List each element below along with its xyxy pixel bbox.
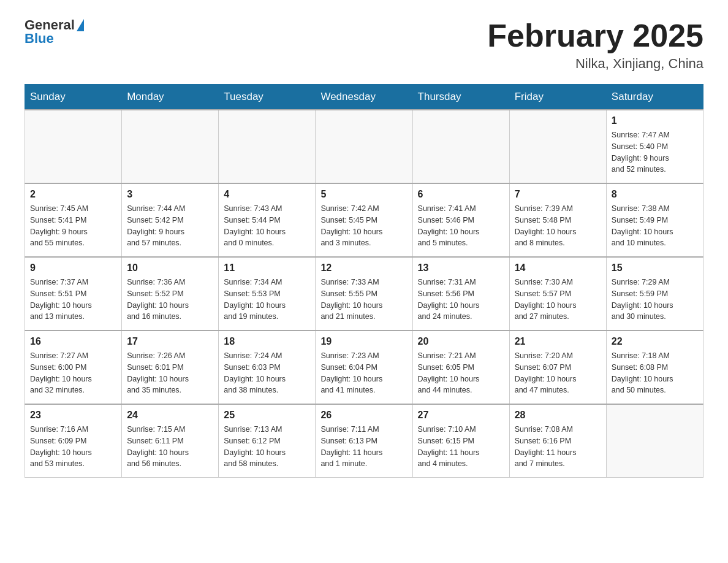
calendar-day-cell: 8Sunrise: 7:38 AM Sunset: 5:49 PM Daylig… <box>606 183 703 257</box>
calendar-day-cell: 14Sunrise: 7:30 AM Sunset: 5:57 PM Dayli… <box>509 257 606 331</box>
weekday-header-saturday: Saturday <box>606 85 703 110</box>
calendar-day-cell <box>25 110 122 183</box>
day-info: Sunrise: 7:08 AM Sunset: 6:16 PM Dayligh… <box>515 424 601 470</box>
page-header: General Blue February 2025 Nilka, Xinjia… <box>25 18 703 72</box>
calendar-day-cell: 16Sunrise: 7:27 AM Sunset: 6:00 PM Dayli… <box>25 331 122 404</box>
day-number: 25 <box>224 410 310 421</box>
calendar-day-cell: 4Sunrise: 7:43 AM Sunset: 5:44 PM Daylig… <box>219 183 316 257</box>
calendar-day-cell: 19Sunrise: 7:23 AM Sunset: 6:04 PM Dayli… <box>316 331 412 404</box>
day-number: 14 <box>515 262 601 274</box>
calendar-day-cell: 27Sunrise: 7:10 AM Sunset: 6:15 PM Dayli… <box>412 404 509 478</box>
calendar-day-cell <box>316 110 412 183</box>
day-info: Sunrise: 7:33 AM Sunset: 5:55 PM Dayligh… <box>320 277 407 323</box>
title-block: February 2025 Nilka, Xinjiang, China <box>487 18 703 72</box>
calendar-day-cell: 20Sunrise: 7:21 AM Sunset: 6:05 PM Dayli… <box>412 331 509 404</box>
day-info: Sunrise: 7:31 AM Sunset: 5:56 PM Dayligh… <box>418 277 504 323</box>
calendar-week-row: 2Sunrise: 7:45 AM Sunset: 5:41 PM Daylig… <box>25 183 703 257</box>
calendar-day-cell: 3Sunrise: 7:44 AM Sunset: 5:42 PM Daylig… <box>122 183 219 257</box>
day-info: Sunrise: 7:27 AM Sunset: 6:00 PM Dayligh… <box>30 350 116 396</box>
day-number: 15 <box>612 262 698 274</box>
day-info: Sunrise: 7:16 AM Sunset: 6:09 PM Dayligh… <box>30 424 116 470</box>
day-number: 26 <box>320 410 407 421</box>
day-number: 19 <box>320 336 407 347</box>
day-number: 4 <box>224 189 310 200</box>
day-info: Sunrise: 7:24 AM Sunset: 6:03 PM Dayligh… <box>224 350 310 396</box>
calendar-day-cell: 25Sunrise: 7:13 AM Sunset: 6:12 PM Dayli… <box>219 404 316 478</box>
calendar-day-cell: 9Sunrise: 7:37 AM Sunset: 5:51 PM Daylig… <box>25 257 122 331</box>
calendar-day-cell: 11Sunrise: 7:34 AM Sunset: 5:53 PM Dayli… <box>219 257 316 331</box>
day-info: Sunrise: 7:39 AM Sunset: 5:48 PM Dayligh… <box>515 203 601 249</box>
calendar-day-cell: 28Sunrise: 7:08 AM Sunset: 6:16 PM Dayli… <box>509 404 606 478</box>
day-number: 1 <box>612 115 698 126</box>
day-number: 20 <box>418 336 504 347</box>
day-number: 11 <box>224 262 310 274</box>
weekday-header-monday: Monday <box>122 85 219 110</box>
calendar-day-cell: 26Sunrise: 7:11 AM Sunset: 6:13 PM Dayli… <box>316 404 412 478</box>
calendar-day-cell: 22Sunrise: 7:18 AM Sunset: 6:08 PM Dayli… <box>606 331 703 404</box>
day-info: Sunrise: 7:23 AM Sunset: 6:04 PM Dayligh… <box>320 350 407 396</box>
day-number: 27 <box>418 410 504 421</box>
day-info: Sunrise: 7:43 AM Sunset: 5:44 PM Dayligh… <box>224 203 310 249</box>
day-number: 8 <box>612 189 698 200</box>
day-info: Sunrise: 7:30 AM Sunset: 5:57 PM Dayligh… <box>515 277 601 323</box>
calendar-day-cell: 2Sunrise: 7:45 AM Sunset: 5:41 PM Daylig… <box>25 183 122 257</box>
day-info: Sunrise: 7:18 AM Sunset: 6:08 PM Dayligh… <box>612 350 698 396</box>
day-number: 16 <box>30 336 116 347</box>
calendar-week-row: 23Sunrise: 7:16 AM Sunset: 6:09 PM Dayli… <box>25 404 703 478</box>
day-number: 13 <box>418 262 504 274</box>
logo: General Blue <box>25 18 84 45</box>
calendar-day-cell: 12Sunrise: 7:33 AM Sunset: 5:55 PM Dayli… <box>316 257 412 331</box>
day-info: Sunrise: 7:26 AM Sunset: 6:01 PM Dayligh… <box>127 350 213 396</box>
day-number: 21 <box>515 336 601 347</box>
calendar-day-cell <box>412 110 509 183</box>
day-number: 18 <box>224 336 310 347</box>
day-info: Sunrise: 7:38 AM Sunset: 5:49 PM Dayligh… <box>612 203 698 249</box>
calendar-day-cell: 17Sunrise: 7:26 AM Sunset: 6:01 PM Dayli… <box>122 331 219 404</box>
calendar-day-cell <box>509 110 606 183</box>
month-title: February 2025 <box>487 18 703 53</box>
calendar-day-cell: 18Sunrise: 7:24 AM Sunset: 6:03 PM Dayli… <box>219 331 316 404</box>
day-number: 17 <box>127 336 213 347</box>
day-number: 2 <box>30 189 116 200</box>
weekday-header-friday: Friday <box>509 85 606 110</box>
day-info: Sunrise: 7:42 AM Sunset: 5:45 PM Dayligh… <box>320 203 407 249</box>
logo-blue-text: Blue <box>25 32 54 45</box>
calendar-table: SundayMondayTuesdayWednesdayThursdayFrid… <box>25 84 703 478</box>
weekday-header-thursday: Thursday <box>412 85 509 110</box>
calendar-header-row: SundayMondayTuesdayWednesdayThursdayFrid… <box>25 85 703 110</box>
calendar-day-cell: 5Sunrise: 7:42 AM Sunset: 5:45 PM Daylig… <box>316 183 412 257</box>
calendar-day-cell <box>606 404 703 478</box>
calendar-day-cell: 15Sunrise: 7:29 AM Sunset: 5:59 PM Dayli… <box>606 257 703 331</box>
weekday-header-wednesday: Wednesday <box>316 85 412 110</box>
calendar-day-cell: 6Sunrise: 7:41 AM Sunset: 5:46 PM Daylig… <box>412 183 509 257</box>
day-number: 12 <box>320 262 407 274</box>
day-number: 28 <box>515 410 601 421</box>
calendar-day-cell: 1Sunrise: 7:47 AM Sunset: 5:40 PM Daylig… <box>606 110 703 183</box>
weekday-header-sunday: Sunday <box>25 85 122 110</box>
weekday-header-tuesday: Tuesday <box>219 85 316 110</box>
day-info: Sunrise: 7:36 AM Sunset: 5:52 PM Dayligh… <box>127 277 213 323</box>
day-number: 7 <box>515 189 601 200</box>
day-number: 6 <box>418 189 504 200</box>
calendar-day-cell: 23Sunrise: 7:16 AM Sunset: 6:09 PM Dayli… <box>25 404 122 478</box>
day-info: Sunrise: 7:10 AM Sunset: 6:15 PM Dayligh… <box>418 424 504 470</box>
day-info: Sunrise: 7:21 AM Sunset: 6:05 PM Dayligh… <box>418 350 504 396</box>
calendar-day-cell: 24Sunrise: 7:15 AM Sunset: 6:11 PM Dayli… <box>122 404 219 478</box>
day-info: Sunrise: 7:15 AM Sunset: 6:11 PM Dayligh… <box>127 424 213 470</box>
day-number: 23 <box>30 410 116 421</box>
location-text: Nilka, Xinjiang, China <box>487 56 703 72</box>
calendar-day-cell <box>219 110 316 183</box>
calendar-week-row: 16Sunrise: 7:27 AM Sunset: 6:00 PM Dayli… <box>25 331 703 404</box>
day-info: Sunrise: 7:13 AM Sunset: 6:12 PM Dayligh… <box>224 424 310 470</box>
day-info: Sunrise: 7:11 AM Sunset: 6:13 PM Dayligh… <box>320 424 407 470</box>
calendar-day-cell: 21Sunrise: 7:20 AM Sunset: 6:07 PM Dayli… <box>509 331 606 404</box>
calendar-day-cell: 13Sunrise: 7:31 AM Sunset: 5:56 PM Dayli… <box>412 257 509 331</box>
day-number: 22 <box>612 336 698 347</box>
day-number: 5 <box>320 189 407 200</box>
day-number: 9 <box>30 262 116 274</box>
day-info: Sunrise: 7:44 AM Sunset: 5:42 PM Dayligh… <box>127 203 213 249</box>
day-info: Sunrise: 7:34 AM Sunset: 5:53 PM Dayligh… <box>224 277 310 323</box>
calendar-week-row: 9Sunrise: 7:37 AM Sunset: 5:51 PM Daylig… <box>25 257 703 331</box>
calendar-day-cell: 10Sunrise: 7:36 AM Sunset: 5:52 PM Dayli… <box>122 257 219 331</box>
day-info: Sunrise: 7:41 AM Sunset: 5:46 PM Dayligh… <box>418 203 504 249</box>
